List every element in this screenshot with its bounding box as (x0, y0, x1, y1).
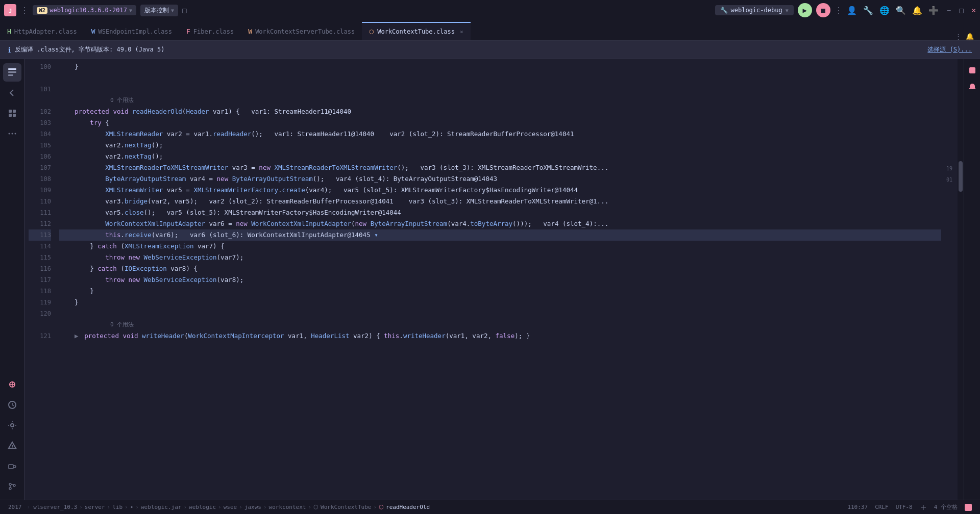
sidebar-icon-bug[interactable] (3, 375, 21, 394)
code-content[interactable]: } 0 个用法 protected void readHead (55, 59, 941, 500)
tab-fiber[interactable]: F Fiber.class (179, 22, 241, 40)
maximize-button[interactable]: □ (959, 6, 963, 14)
tab-close-icon[interactable]: × (460, 29, 463, 35)
right-sidebar-icon-top[interactable] (965, 63, 979, 78)
code-line-117: throw new WebServiceException (var8); (59, 274, 941, 286)
status-column-indicator (918, 504, 929, 511)
breadcrumb-weblogicjar[interactable]: weblogic.jar (141, 504, 181, 510)
code-line-108: ByteArrayOutputStream var4 = new ByteArr… (59, 173, 941, 185)
tab-bar: H HttpAdapter.class W WSEndpointImpl.cla… (0, 20, 980, 41)
notification-icon[interactable]: 🔔 (966, 33, 974, 40)
status-line-col[interactable]: 110:37 (845, 504, 870, 510)
breadcrumb-server[interactable]: server (85, 504, 105, 510)
sidebar-icon-more[interactable] (3, 124, 21, 143)
sidebar-icon-settings[interactable] (3, 416, 21, 434)
code-area[interactable]: 100 101 102 103 104 105 106 107 108 109 … (24, 59, 964, 500)
breadcrumb-jaxws[interactable]: jaxws (244, 504, 261, 510)
svg-rect-6 (13, 110, 16, 113)
gutter-num-1: 19 (946, 163, 952, 174)
sidebar-icon-explorer[interactable] (3, 63, 21, 82)
project-badge[interactable]: W2 weblogic10.3.6.0-2017 ▼ (33, 5, 136, 15)
svg-point-9 (8, 133, 10, 135)
tab-http[interactable]: H HttpAdapter.class (0, 22, 84, 40)
app-icon: J (4, 4, 16, 16)
svg-rect-25 (965, 504, 972, 511)
svg-text:J: J (9, 8, 12, 14)
breadcrumb-readheaderold[interactable]: readHeaderOld (386, 504, 430, 510)
vcs-label: 版本控制 (144, 6, 169, 15)
code-line-usage1: 0 个用法 (59, 95, 941, 106)
breadcrumb-weblogic[interactable]: weblogic (189, 504, 216, 510)
status-pink-icon[interactable] (963, 504, 974, 511)
code-line-112: WorkContextXmlInputAdapter var6 = new Wo… (59, 218, 941, 229)
code-line-100: } (59, 61, 941, 72)
notifications-icon[interactable]: 🔔 (912, 6, 922, 15)
sidebar-icon-clock[interactable] (3, 396, 21, 414)
settings-icon[interactable]: 🔧 (863, 6, 873, 15)
sidebar-icon-layers[interactable] (3, 104, 21, 122)
search-icon[interactable]: 🔍 (896, 6, 906, 15)
code-line-101 (59, 84, 941, 95)
breadcrumb-wsee[interactable]: wsee (224, 504, 237, 510)
breadcrumb-sep-3: › (125, 504, 128, 510)
status-year[interactable]: 2017 (6, 504, 24, 510)
info-bar: ℹ 反编译 .class文件, 字节码版本: 49.0 (Java 5) 选择源… (0, 41, 980, 59)
svg-rect-2 (8, 68, 16, 70)
sidebar-icon-git[interactable] (3, 477, 21, 496)
status-encoding[interactable]: UTF-8 (894, 504, 915, 510)
add-icon[interactable]: ➕ (928, 6, 939, 15)
close-button[interactable]: × (972, 6, 976, 14)
tab-icon-ws: W (91, 28, 95, 35)
stop-button[interactable]: ■ (816, 3, 830, 17)
right-gutter: 19 01 (941, 59, 958, 500)
svg-point-14 (11, 424, 14, 427)
line-numbers: 100 101 102 103 104 105 106 107 108 109 … (24, 59, 55, 500)
status-bar: 2017 › wlserver_10.3 › server › lib › • … (0, 500, 980, 514)
scrollbar[interactable] (958, 59, 964, 500)
users-icon[interactable]: 👤 (847, 6, 857, 15)
code-line-115: throw new WebServiceException (var7); (59, 252, 941, 263)
sidebar-icon-back[interactable] (3, 84, 21, 102)
breadcrumb-workcontext[interactable]: workcontext (269, 504, 306, 510)
code-line-111: var5. close (); var5 (slot_5): XMLStream… (59, 207, 941, 218)
right-sidebar-icon-notifications[interactable] (965, 80, 979, 94)
tab-workcontexttube[interactable]: ⬡ WorkContextTube.class × (362, 22, 470, 40)
code-line-109: XMLStreamWriter var5 = XMLStreamWriterFa… (59, 185, 941, 196)
run-button[interactable]: ▶ (798, 3, 812, 17)
breadcrumb-dot: • (130, 504, 134, 510)
code-line-103: try { (59, 117, 941, 128)
svg-rect-22 (969, 67, 975, 73)
info-icon: ℹ (8, 46, 11, 54)
debug-config-badge[interactable]: 🔧 weblogic-debug ▼ (715, 5, 794, 15)
vcs-control[interactable]: 版本控制 ▼ (140, 5, 178, 16)
sidebar-icon-inspect[interactable] (3, 436, 21, 455)
svg-point-19 (9, 483, 11, 485)
tab-more-icon[interactable]: ⋮ (955, 33, 962, 40)
status-line-col-text: 110:37 (847, 504, 868, 510)
tab-wsendpoint[interactable]: W WSEndpointImpl.class (84, 22, 179, 40)
code-line-104: XMLStreamReader var2 = var1. readHeader … (59, 128, 941, 140)
breadcrumb-workcontexttube-icon: ⬡ (313, 504, 318, 510)
status-encoding-text: UTF-8 (896, 504, 913, 510)
minimize-button[interactable]: − (947, 6, 951, 14)
sidebar-icon-plugin[interactable] (3, 457, 21, 475)
tab-label-http: HttpAdapter.class (14, 28, 77, 35)
tab-workcontextserver[interactable]: W WorkContextServerTube.class (241, 22, 362, 40)
breadcrumb-sep-4: › (135, 504, 139, 510)
run-more-icon[interactable]: ⋮ (835, 6, 843, 15)
plugins-icon[interactable]: 🌐 (879, 6, 890, 15)
code-line-106: var2. nextTag (); (59, 151, 941, 162)
breadcrumb-workcontexttube[interactable]: WorkContextTube (321, 504, 371, 510)
menu-dots-icon[interactable]: ⋮ (20, 6, 29, 15)
window-icon[interactable]: □ (182, 6, 186, 14)
left-sidebar (0, 59, 24, 500)
select-source-button[interactable]: 选择源 (S)... (927, 45, 972, 54)
scrollbar-thumb[interactable] (959, 161, 963, 192)
status-indent[interactable]: 4 个空格 (932, 503, 960, 511)
code-line-118: } (59, 286, 941, 297)
vcs-dropdown-icon: ▼ (171, 8, 174, 13)
status-line-ending[interactable]: CRLF (873, 504, 891, 510)
breadcrumb-wlserver[interactable]: wlserver_10.3 (33, 504, 77, 510)
code-line-110: var3. bridge (var2, var5); var2 (slot_2)… (59, 196, 941, 207)
breadcrumb-lib[interactable]: lib (112, 504, 122, 510)
